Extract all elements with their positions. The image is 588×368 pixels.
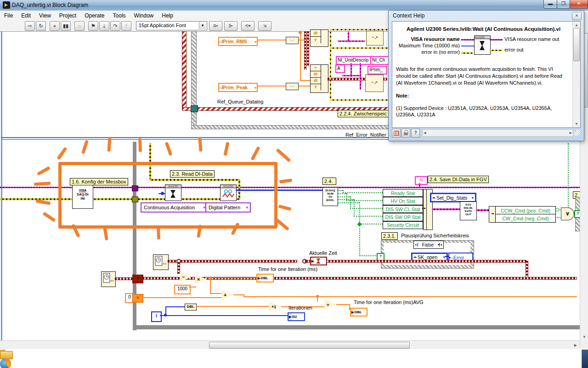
step-over-icon[interactable]: ↷: [110, 21, 120, 31]
firefox-icon: [0, 358, 11, 368]
case-selector[interactable]: ◂ False ▾ ▸: [413, 241, 444, 249]
step-into-icon[interactable]: ⤓: [99, 21, 109, 31]
folder-icon: [0, 350, 12, 358]
abort-icon[interactable]: ●: [50, 21, 60, 31]
menu-tools[interactable]: Tools: [109, 12, 130, 20]
waveform-property-node[interactable]: ~↗: [366, 31, 384, 46]
align-objects-icon[interactable]: ⧉▾: [209, 21, 222, 31]
lock-body: [404, 132, 408, 135]
menu-file[interactable]: File: [0, 12, 17, 20]
multiply-node[interactable]: ×: [195, 274, 207, 284]
add-node[interactable]: +: [221, 290, 233, 300]
close-button[interactable]: ✕: [570, 0, 588, 9]
menu-edit[interactable]: Edit: [17, 12, 35, 20]
boolean-wire: [354, 199, 355, 216]
case-prev-icon[interactable]: ◂: [414, 243, 418, 247]
get-datetime-vi-2[interactable]: +=: [153, 254, 169, 270]
build-array-node[interactable]: ▫‥▫: [286, 83, 299, 90]
cleanup-diagram-icon[interactable]: ⇲: [258, 21, 271, 31]
distribute-objects-icon[interactable]: ⫼▾: [224, 21, 237, 31]
scroll-right-icon[interactable]: ▶: [570, 131, 572, 135]
divide-node[interactable]: ÷: [324, 299, 336, 310]
ref-error-label: Ref_Error_Notifier: [345, 132, 386, 138]
restore-button[interactable]: ❐: [557, 0, 570, 9]
shift-register-dbl[interactable]: ▼: [132, 294, 143, 303]
desktop: DAQ_unfertig.vi Block Diagram ▬ ❐ ✕ File…: [0, 0, 588, 368]
title-bar[interactable]: DAQ_unfertig.vi Block Diagram ▬ ❐ ✕: [0, 0, 588, 11]
ni-unitdescrip-property[interactable]: NI_UnitDescrip: [336, 56, 372, 65]
context-help-vscrollbar[interactable]: ▲ ▼: [572, 22, 580, 127]
more-help-icon[interactable]: ?: [411, 129, 420, 138]
scroll-right-icon[interactable]: ▶: [574, 343, 577, 347]
reorder-icon[interactable]: ⟲▾: [241, 21, 254, 31]
context-help-close-icon[interactable]: ✕: [572, 12, 582, 20]
taskbar-firefox-button[interactable]: [0, 358, 588, 368]
context-help-window[interactable]: Context Help ✕ Agilent U2300 Series.lvli…: [388, 10, 584, 141]
window-title: DAQ_unfertig.vi Block Diagram: [12, 2, 88, 8]
numeric-wire: [461, 46, 474, 46]
wait-vi-help-icon: AGU2300: [474, 35, 491, 55]
ni-ch-property[interactable]: NI_Ch: [370, 56, 389, 65]
fgv-glyph-icon[interactable]: ▤: [415, 176, 428, 185]
font-selector[interactable]: 15pt Application Font: [136, 21, 207, 30]
scroll-down-icon[interactable]: ▼: [582, 335, 586, 339]
scroll-down-icon[interactable]: ▼: [575, 122, 578, 126]
build-array-node[interactable]: ▫‥▫: [286, 37, 299, 44]
show-terminals-icon[interactable]: [392, 129, 401, 138]
horizontal-scrollbar-thumb[interactable]: [209, 342, 410, 349]
menu-window[interactable]: Window: [130, 12, 158, 20]
outer-structure-left-border: [1, 31, 2, 340]
a-constant[interactable]: A: [335, 64, 345, 73]
fgv-dig-in-data-out-vi[interactable]: FGV DIG.IN. DATA OUT: [460, 201, 477, 220]
show-desktop-button[interactable]: [582, 350, 588, 368]
highlight-execution-icon[interactable]: ☼: [74, 21, 85, 31]
build-waveform-node-2[interactable]: ~ t0 dt Y: [310, 64, 328, 93]
run-icon[interactable]: ⇨: [25, 21, 35, 31]
increment-node[interactable]: +1: [269, 302, 281, 312]
minimize-button[interactable]: ▬: [543, 0, 557, 9]
to-dbl-coercion[interactable]: DBL: [185, 304, 197, 310]
taskbar-explorer-button[interactable]: [0, 350, 588, 358]
bundle-by-name-node[interactable]: Ready Stat HV On Stat DIS SW CL Stat DIS…: [383, 189, 423, 229]
menu-view[interactable]: View: [35, 12, 55, 20]
pause-icon[interactable]: ▮▮: [61, 21, 71, 31]
highlight-ray: [107, 137, 111, 151]
or-gate[interactable]: ∨: [561, 207, 574, 220]
menu-operate[interactable]: Operate: [80, 12, 108, 20]
boolean-wire: [354, 216, 383, 217]
iprim-property[interactable]: IPrim_: [368, 66, 387, 75]
const-1000[interactable]: 1000: [174, 285, 191, 294]
context-help-vthumb[interactable]: [573, 28, 580, 61]
global-iprim-rms-label: IPrim_RMS: [221, 39, 247, 44]
menu-help[interactable]: Help: [158, 12, 177, 20]
didaq-num-to-bool-vi[interactable]: DI-DAQ NUM TO BOOL: [322, 187, 338, 206]
case-next-icon[interactable]: ▸: [439, 243, 443, 247]
iteration-terminal[interactable]: i: [151, 311, 162, 322]
global-iprim-rms[interactable]: ⌂ IPrim_RMS ▸: [218, 37, 258, 46]
set-dig-stats-enum[interactable]: ◂▸ Set_Dig_Stats: [430, 193, 476, 202]
menu-project[interactable]: Project: [55, 12, 80, 20]
shift-register-timestamp[interactable]: ▼: [132, 275, 143, 283]
resize-grip[interactable]: [574, 130, 580, 136]
get-datetime-vi[interactable]: +=: [101, 271, 116, 287]
time-iter-indicator[interactable]: ▶DBL: [256, 274, 274, 282]
time-iter-avg-indicator[interactable]: ▶DBL: [350, 308, 368, 316]
retain-wire-values-icon[interactable]: ⚑: [88, 21, 98, 31]
aktuelle-zeit-indicator[interactable]: ▶: [310, 257, 327, 265]
context-help-hscrollbar[interactable]: ◀ ▶: [422, 129, 573, 137]
highlight-ray: [138, 138, 142, 152]
time-iter-avg-label: Time for one Iteration (ms)AVG: [354, 299, 424, 305]
lock-help-icon[interactable]: [401, 129, 410, 138]
enum-lr-icon: ◂▸: [431, 196, 436, 200]
build-waveform-node-1[interactable]: dt Y: [310, 29, 328, 47]
pink-wire-vertical: [360, 63, 361, 90]
iterationen-indicator[interactable]: ▶I32: [288, 312, 305, 321]
global-iprim-peak[interactable]: ⌂ IPrim_Peak ▸: [218, 83, 258, 92]
run-continuous-icon[interactable]: ↻: [36, 21, 46, 31]
horizontal-scrollbar[interactable]: ▶: [0, 340, 580, 349]
scroll-up-icon[interactable]: ▲: [575, 23, 578, 27]
waveform-property-node[interactable]: ~↗: [365, 75, 384, 92]
subtract-node[interactable]: −: [180, 272, 192, 282]
scroll-left-icon[interactable]: ◀: [424, 131, 426, 135]
step-out-icon[interactable]: ⤒: [121, 21, 131, 31]
